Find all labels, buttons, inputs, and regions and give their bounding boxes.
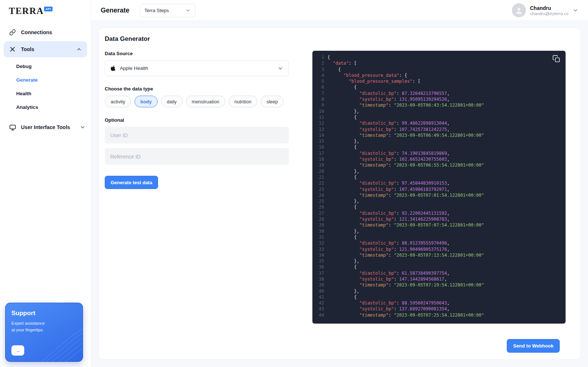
support-title: Support [11,310,77,317]
chevron-down-icon [277,65,283,71]
data-type-pills: activitybodydailymenstruationnutritionsl… [105,96,289,107]
sidebar-nav: Connections Tools DebugGenerateHealthAna… [0,24,91,135]
code-line: 1{ [315,54,563,60]
data-generator-card: Data Generator Data Source Apple Health [98,28,581,360]
page-title: Generate [101,7,129,14]
terra-logo: TERRAAPI [0,0,91,24]
code-line: 38 "systolic_bp": 147.1442894568617, [315,276,563,282]
chevron-up-icon [76,46,82,52]
code-line: 32 "diastolic_bp": 88.01239555970496, [315,240,563,246]
main-area: Generate Terra Steps Chandru chandru@try… [91,0,588,367]
code-line: 16 { [315,144,563,150]
code-line: 23 "systolic_bp": 107.45906183792971, [315,186,563,192]
send-to-webhook-button[interactable]: Send to Webhook [507,339,560,353]
sidebar-item-user-interface-tools[interactable]: User Interface Tools [0,119,91,135]
avatar [512,3,526,17]
sidebar-item-label: Connections [21,29,52,35]
code-line: 27 "diastolic_bp": 92.22002445131592, [315,210,563,216]
generator-form: Data Source Apple Health [105,51,289,332]
support-arrow-button[interactable]: → [11,345,24,356]
data-type-pill-body[interactable]: body [135,96,158,107]
code-line: 41 { [315,294,563,300]
data-type-pill-menstruation[interactable]: menstruation [186,96,225,107]
chevron-down-icon [80,124,86,130]
sidebar-item-connections[interactable]: Connections [0,24,91,40]
code-line: 11 { [315,114,563,120]
copy-icon[interactable] [552,54,561,63]
code-line: 42 "diastolic_bp": 88.59560247950643, [315,300,563,306]
code-line: 37 "diastolic_bp": 61.58738490397754, [315,270,563,276]
generate-test-data-button[interactable]: Generate test data [105,176,158,189]
code-line: 9 "timestamp": "2023-09-05T06:43:54.1228… [315,102,563,108]
terra-steps-dropdown[interactable]: Terra Steps [140,4,196,17]
data-source-label: Data Source [105,51,289,56]
code-line: 20 }, [315,168,563,174]
code-line: 7 "diastolic_bp": 87.32648213796557, [315,90,563,96]
code-line: 33 "systolic_bp": 121.90496905375176, [315,246,563,252]
tools-icon [9,46,16,53]
sidebar-subitem-generate[interactable]: Generate [0,73,91,87]
code-line: 5 "blood_pressure_samples": [ [315,78,563,84]
link-icon [9,29,16,36]
data-type-pill-activity[interactable]: activity [105,96,131,107]
code-line: 8 "systolic_bp": 131.95095139294526, [315,96,563,102]
code-line: 13 "systolic_bp": 107.74257381242275, [315,127,563,132]
code-line: 28 "systolic_bp": 121.34146225908783, [315,216,563,222]
arrow-right-icon: → [15,348,21,353]
sidebar-item-label: User Interface Tools [21,124,70,130]
terra-logo-api-badge: API [44,7,53,11]
code-line: 4 "blood_pressure_data": { [315,72,563,78]
code-line: 34 "timestamp": "2023-09-05T07:13:54.122… [315,252,563,258]
data-source-select[interactable]: Apple Health [105,60,289,76]
code-line: 24 "timestamp": "2023-09-05T07:01:54.122… [315,192,563,198]
code-line: 14 "timestamp": "2023-09-05T06:49:54.122… [315,132,563,138]
code-line: 18 "systolic_bp": 102.66524230755603, [315,156,563,162]
sidebar-subitem-health[interactable]: Health [0,87,91,100]
code-line: 40 }, [315,288,563,294]
code-line: 21 { [315,174,563,180]
sidebar-item-label: Tools [21,46,34,52]
code-line: 39 "timestamp": "2023-09-05T07:19:54.122… [315,282,563,288]
code-line: 17 "diastolic_bp": 74.19013845819869, [315,150,563,156]
code-line: 22 "diastolic_bp": 97.45844830910153, [315,180,563,186]
support-card: Support Expert assistance at your finger… [5,303,83,362]
code-line: 3 { [315,67,563,72]
code-lines: 1{2 "data": [3 {4 "blood_pressure_data":… [315,54,563,318]
data-type-pill-nutrition[interactable]: nutrition [229,96,257,107]
data-type-pill-daily[interactable]: daily [161,96,183,107]
code-line: 15 }, [315,138,563,144]
json-output-panel: 1{2 "data": [3 {4 "blood_pressure_data":… [312,51,566,324]
card-heading: Data Generator [105,35,574,43]
terra-logo-text: TERRA [9,6,44,16]
code-line: 6 { [315,84,563,90]
wave-decoration [31,323,83,362]
reference-id-input[interactable] [105,148,289,165]
user-meta: Chandru chandru@tryterra.co [530,5,569,16]
data-source-value: Apple Health [120,65,148,71]
sidebar-item-tools[interactable]: Tools [4,41,87,57]
chevron-down-icon [573,7,578,13]
dropdown-value: Terra Steps [144,8,169,13]
content-area: Data Generator Data Source Apple Health [91,21,588,367]
code-line: 43 "systolic_bp": 137.68927090081354, [315,306,563,312]
code-line: 29 "timestamp": "2023-09-05T07:07:54.122… [315,222,563,228]
sidebar: TERRAAPI Connections Tools [0,0,91,367]
code-line: 35 }, [315,258,563,264]
code-line: 31 { [315,234,563,240]
code-line: 2 "data": [ [315,60,563,66]
optional-label: Optional [105,117,289,123]
sidebar-subitem-debug[interactable]: Debug [0,60,91,73]
code-line: 36 { [315,264,563,270]
user-menu[interactable]: Chandru chandru@tryterra.co [512,3,578,17]
webhook-row: Send to Webhook [105,332,574,353]
code-line: 26 { [315,204,563,210]
code-line: 25 }, [315,198,563,204]
code-line: 30 }, [315,228,563,234]
sidebar-subitem-analytics[interactable]: Analytics [0,100,91,114]
user-id-input[interactable] [105,127,289,143]
data-type-pill-sleep[interactable]: sleep [261,96,284,107]
code-line: 44 "timestamp": "2023-09-05T07:25:54.122… [315,312,563,318]
tools-subitems: DebugGenerateHealthAnalytics [0,58,91,116]
monitor-icon [9,124,16,131]
code-line: 10 }, [315,108,563,114]
